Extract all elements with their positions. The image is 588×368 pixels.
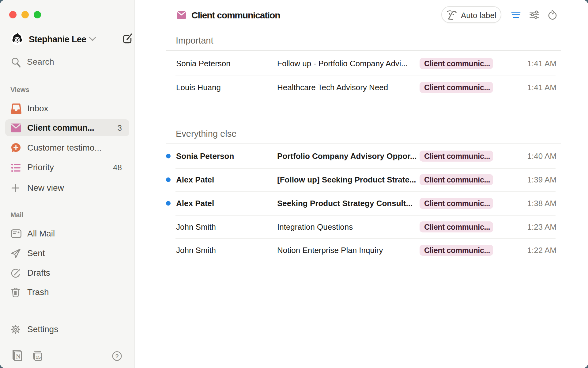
svg-text:15: 15	[36, 355, 41, 360]
svg-text:N: N	[16, 353, 21, 360]
svg-text:?: ?	[115, 353, 119, 359]
